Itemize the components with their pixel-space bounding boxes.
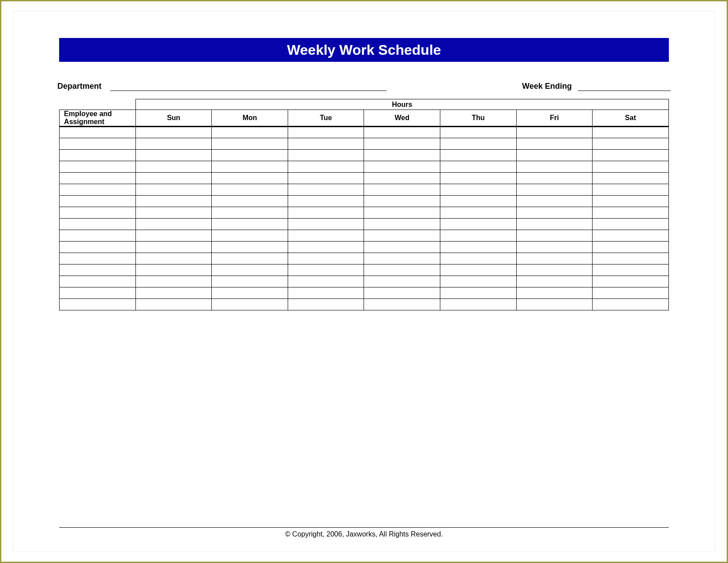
hours-cell[interactable] [135, 287, 212, 299]
hours-cell[interactable] [593, 299, 669, 310]
hours-cell[interactable] [364, 219, 440, 230]
hours-cell[interactable] [288, 230, 364, 242]
hours-cell[interactable] [440, 287, 517, 299]
employee-cell[interactable] [60, 219, 136, 230]
hours-cell[interactable] [288, 196, 364, 207]
hours-cell[interactable] [135, 253, 212, 264]
hours-cell[interactable] [516, 207, 593, 219]
hours-cell[interactable] [364, 230, 440, 242]
hours-cell[interactable] [135, 230, 212, 242]
hours-cell[interactable] [440, 276, 517, 287]
hours-cell[interactable] [135, 219, 212, 230]
hours-cell[interactable] [593, 150, 669, 161]
hours-cell[interactable] [135, 196, 212, 207]
hours-cell[interactable] [135, 161, 212, 173]
hours-cell[interactable] [516, 264, 593, 276]
hours-cell[interactable] [135, 264, 212, 276]
hours-cell[interactable] [440, 161, 517, 173]
hours-cell[interactable] [135, 127, 212, 138]
hours-cell[interactable] [212, 230, 288, 242]
hours-cell[interactable] [440, 207, 517, 219]
hours-cell[interactable] [593, 276, 669, 287]
hours-cell[interactable] [516, 253, 593, 264]
hours-cell[interactable] [212, 287, 288, 299]
hours-cell[interactable] [288, 253, 364, 264]
hours-cell[interactable] [135, 299, 212, 310]
hours-cell[interactable] [593, 184, 669, 196]
employee-cell[interactable] [60, 242, 136, 253]
hours-cell[interactable] [288, 299, 364, 310]
hours-cell[interactable] [593, 287, 669, 299]
hours-cell[interactable] [440, 219, 517, 230]
hours-cell[interactable] [516, 184, 593, 196]
employee-cell[interactable] [60, 127, 136, 138]
hours-cell[interactable] [593, 161, 669, 173]
hours-cell[interactable] [288, 184, 364, 196]
hours-cell[interactable] [212, 127, 288, 138]
hours-cell[interactable] [288, 150, 364, 161]
hours-cell[interactable] [212, 219, 288, 230]
hours-cell[interactable] [593, 196, 669, 207]
hours-cell[interactable] [212, 173, 288, 184]
hours-cell[interactable] [212, 276, 288, 287]
employee-cell[interactable] [60, 173, 136, 184]
hours-cell[interactable] [135, 150, 212, 161]
hours-cell[interactable] [593, 173, 669, 184]
employee-cell[interactable] [60, 287, 136, 299]
hours-cell[interactable] [288, 287, 364, 299]
hours-cell[interactable] [516, 287, 593, 299]
hours-cell[interactable] [364, 173, 440, 184]
hours-cell[interactable] [440, 196, 517, 207]
hours-cell[interactable] [364, 276, 440, 287]
hours-cell[interactable] [593, 127, 669, 138]
hours-cell[interactable] [516, 196, 593, 207]
employee-cell[interactable] [60, 299, 136, 310]
hours-cell[interactable] [440, 299, 517, 310]
hours-cell[interactable] [288, 276, 364, 287]
hours-cell[interactable] [364, 161, 440, 173]
hours-cell[interactable] [212, 242, 288, 253]
hours-cell[interactable] [440, 173, 517, 184]
hours-cell[interactable] [516, 230, 593, 242]
hours-cell[interactable] [440, 184, 517, 196]
employee-cell[interactable] [60, 161, 136, 173]
hours-cell[interactable] [364, 196, 440, 207]
hours-cell[interactable] [593, 230, 669, 242]
hours-cell[interactable] [288, 127, 364, 138]
hours-cell[interactable] [440, 242, 517, 253]
hours-cell[interactable] [440, 127, 517, 138]
hours-cell[interactable] [288, 219, 364, 230]
hours-cell[interactable] [440, 138, 517, 150]
hours-cell[interactable] [440, 150, 517, 161]
hours-cell[interactable] [212, 196, 288, 207]
employee-cell[interactable] [60, 196, 136, 207]
hours-cell[interactable] [440, 253, 517, 264]
hours-cell[interactable] [516, 242, 593, 253]
hours-cell[interactable] [288, 138, 364, 150]
hours-cell[interactable] [364, 299, 440, 310]
hours-cell[interactable] [288, 207, 364, 219]
hours-cell[interactable] [516, 161, 593, 173]
hours-cell[interactable] [364, 264, 440, 276]
hours-cell[interactable] [593, 207, 669, 219]
hours-cell[interactable] [516, 276, 593, 287]
hours-cell[interactable] [212, 150, 288, 161]
hours-cell[interactable] [516, 127, 593, 138]
hours-cell[interactable] [212, 161, 288, 173]
hours-cell[interactable] [288, 173, 364, 184]
hours-cell[interactable] [212, 299, 288, 310]
hours-cell[interactable] [364, 242, 440, 253]
hours-cell[interactable] [364, 127, 440, 138]
hours-cell[interactable] [135, 173, 212, 184]
hours-cell[interactable] [212, 207, 288, 219]
hours-cell[interactable] [135, 184, 212, 196]
employee-cell[interactable] [60, 138, 136, 150]
employee-cell[interactable] [60, 207, 136, 219]
employee-cell[interactable] [60, 184, 136, 196]
hours-cell[interactable] [516, 173, 593, 184]
hours-cell[interactable] [593, 138, 669, 150]
hours-cell[interactable] [593, 219, 669, 230]
hours-cell[interactable] [364, 138, 440, 150]
hours-cell[interactable] [135, 138, 212, 150]
hours-cell[interactable] [212, 264, 288, 276]
